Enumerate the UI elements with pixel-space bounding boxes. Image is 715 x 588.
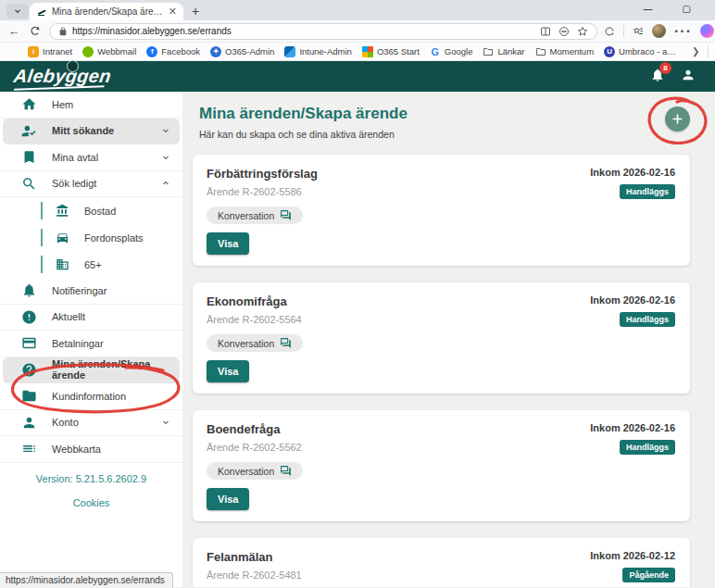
errand-list: FörbättringsförslagÄrende R-2602-5586Kon… <box>193 155 690 587</box>
errand-meta: Inkom 2026-02-16Handläggs <box>590 422 675 455</box>
address-bar[interactable]: https://minasidor.alebyggen.se/errands <box>49 23 597 40</box>
favorite-star-icon[interactable] <box>577 26 588 37</box>
cookies-link[interactable]: Cookies <box>0 497 182 508</box>
sidebar-item-s-k-ledigt[interactable]: Sök ledigt <box>0 171 182 198</box>
read-aloud-icon[interactable] <box>558 26 570 37</box>
favorites-list-icon[interactable] <box>633 26 644 37</box>
lock-icon <box>58 27 68 36</box>
chat-icon <box>280 209 292 221</box>
bookmark-item[interactable]: Webbmail <box>82 46 136 57</box>
refresh-icon <box>30 25 41 36</box>
sidebar-item-mitt-s-kande[interactable]: Mitt sökande <box>3 119 180 145</box>
chevron-down-icon <box>160 125 171 136</box>
search-icon <box>21 176 37 192</box>
bookmark-icon <box>21 149 37 165</box>
split-screen-icon[interactable] <box>540 26 551 37</box>
new-tab-button[interactable]: + <box>192 6 199 17</box>
chevron-down-icon <box>13 6 22 16</box>
conversation-button[interactable]: Konversation <box>207 334 303 352</box>
person-icon <box>681 68 696 82</box>
address-bar-icons <box>540 26 588 37</box>
person-icon <box>21 415 37 431</box>
chevron-down-icon <box>160 417 171 428</box>
minimize-button[interactable]: — <box>644 5 653 14</box>
view-button[interactable]: Visa <box>207 488 249 510</box>
bank-icon <box>56 204 69 218</box>
content-header: Mina ärenden/Skapa ärende Här kan du ska… <box>199 105 690 144</box>
sidebar-item-webbkarta[interactable]: Webbkarta <box>0 436 182 463</box>
errand-received-date: Inkom 2026-02-16 <box>590 167 675 178</box>
bookmark-item[interactable]: GGoogle <box>430 46 473 57</box>
main-content: Mina ärenden/Skapa ärende Här kan du ska… <box>182 92 715 587</box>
bookmarks-bar: iIntranetWebbmailfFacebook✦O365-AdminInt… <box>0 43 715 61</box>
subitem-indent-line <box>41 229 43 246</box>
chat-icon <box>280 465 292 477</box>
refresh-button[interactable] <box>28 25 43 38</box>
more-menu-icon[interactable]: ··· <box>674 23 692 40</box>
toolbar-divider <box>623 25 624 37</box>
status-badge: Handläggs <box>620 312 675 327</box>
account-button[interactable] <box>681 68 696 86</box>
notifications-button[interactable]: 8 <box>650 68 665 86</box>
alert-icon <box>21 309 37 325</box>
brand-logo[interactable]: Alebyggen <box>12 66 112 87</box>
sidebar-item-fordonsplats[interactable]: Fordonsplats <box>0 224 182 251</box>
sidebar-item-notifieringar[interactable]: Notifieringar <box>0 278 182 305</box>
webbmail-icon <box>82 46 94 57</box>
bookmark-item[interactable]: Länkar <box>483 46 524 57</box>
bookmark-item[interactable]: Intune-Admin <box>284 46 352 57</box>
intranet-icon: i <box>28 46 39 57</box>
errand-meta: Inkom 2026-02-12Pågående <box>590 550 675 582</box>
toolbar-icons: ··· <box>604 23 709 40</box>
bookmarks-overflow-icon[interactable]: ❯ <box>692 46 699 56</box>
errand-received-date: Inkom 2026-02-12 <box>590 550 675 561</box>
chevron-up-icon <box>160 178 171 189</box>
sidebar-item-bostad[interactable]: Bostad <box>0 197 182 224</box>
maximize-button[interactable]: ▢ <box>683 5 691 14</box>
conversation-button[interactable]: Konversation <box>207 462 303 480</box>
umbraco-icon: U <box>604 46 615 57</box>
sidebar-item-mina-avtal[interactable]: Mina avtal <box>0 144 182 171</box>
browser-tab[interactable]: Mina ärenden/Skapa ärende - Min ✕ <box>30 3 183 20</box>
sidebar-item-mina-renden-skapa-rende[interactable]: Mina ärenden/Skapa ärende <box>3 357 180 384</box>
bookmark-item[interactable]: UUmbraco - alebyg... <box>604 46 676 57</box>
tab-strip: Mina ärenden/Skapa ärende - Min ✕ + — ▢ <box>0 0 715 20</box>
bookmark-item[interactable]: iIntranet <box>28 46 72 57</box>
view-button[interactable]: Visa <box>207 232 249 255</box>
profile-avatar[interactable] <box>652 24 666 38</box>
car-icon <box>56 231 69 244</box>
tab-search-button[interactable] <box>6 4 29 19</box>
sidebar-item-hem[interactable]: Hem <box>0 92 182 119</box>
errand-received-date: Inkom 2026-02-16 <box>590 422 675 433</box>
card-icon <box>21 335 37 351</box>
sidebar-item-konto[interactable]: Konto <box>0 410 182 437</box>
sidebar-item-betalningar[interactable]: Betalningar <box>0 331 182 357</box>
facebook-icon: f <box>146 46 157 57</box>
sidebar-items: HemMitt sökandeMina avtalSök ledigtBosta… <box>0 92 182 463</box>
errand-meta: Inkom 2026-02-16Handläggs <box>590 167 675 199</box>
folder-icon <box>535 46 546 57</box>
status-badge: Handläggs <box>620 440 675 455</box>
folder-fill-icon <box>21 388 37 404</box>
view-button[interactable]: Visa <box>207 360 249 382</box>
app-header: Alebyggen 8 <box>0 61 715 92</box>
copilot-icon[interactable] <box>700 24 714 38</box>
create-errand-button[interactable] <box>665 106 690 131</box>
o365-admin-icon: ✦ <box>210 46 221 57</box>
bookmark-item[interactable]: fFacebook <box>146 46 200 57</box>
back-button[interactable]: ← <box>6 25 21 37</box>
bookmark-item[interactable]: Momentum <box>535 46 595 57</box>
bookmark-item[interactable]: ✦O365-Admin <box>210 46 274 57</box>
bookmark-item[interactable]: O365 Start <box>362 46 420 57</box>
intune-admin-icon <box>284 46 295 57</box>
header-actions: 8 <box>650 68 701 86</box>
sidebar-item-kundinformation[interactable]: Kundinformation <box>0 383 182 410</box>
conversation-button[interactable]: Konversation <box>207 206 303 224</box>
sidebar-item-65[interactable]: 65+ <box>0 251 182 278</box>
person-check-icon <box>21 123 37 139</box>
browser-essentials-icon[interactable] <box>604 26 615 37</box>
help-icon <box>21 362 37 378</box>
sidebar-item-aktuellt[interactable]: Aktuellt <box>0 305 182 332</box>
tab-close-icon[interactable]: ✕ <box>169 6 177 17</box>
tab-title: Mina ärenden/Skapa ärende - Min <box>52 6 164 17</box>
